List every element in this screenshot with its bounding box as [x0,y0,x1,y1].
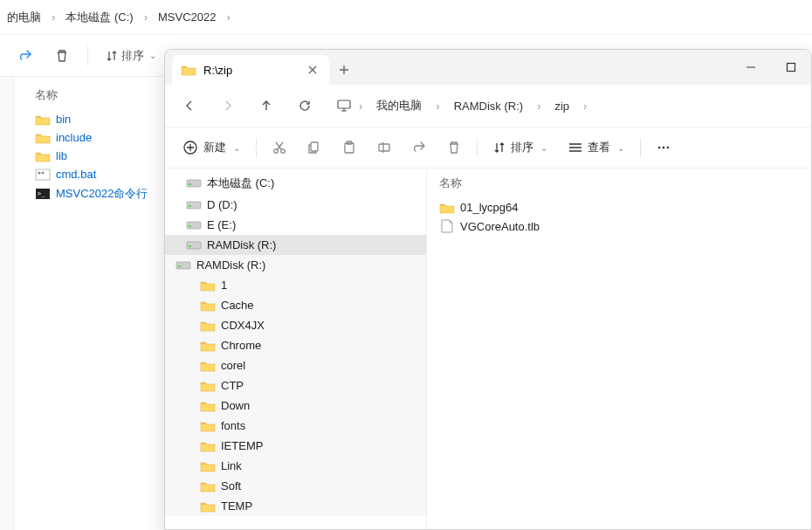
tree-folder-item[interactable]: 1 [165,275,426,295]
folder-icon [200,380,216,392]
name-column-header[interactable]: 名称 [436,172,811,198]
cut-icon[interactable] [264,134,295,162]
delete-icon[interactable] [438,134,470,162]
toolbar-divider [477,138,478,157]
tab-close-button[interactable] [305,62,320,78]
more-options-icon[interactable] [648,134,679,162]
tree-label: D (D:) [207,198,237,211]
toolbar-divider [256,138,257,157]
refresh-button[interactable] [291,92,319,120]
new-button[interactable]: 新建 ⌄ [174,134,249,161]
chevron-down-icon: ⌄ [540,143,547,153]
breadcrumb-item[interactable]: MSVC2022 [151,10,223,24]
address-bar[interactable]: › 我的电脑 › RAMDisk (R:) › zip › [329,98,801,114]
folder-icon [200,460,216,472]
console-icon: >_ [35,188,51,200]
tree-folder-item[interactable]: IETEMP [165,436,426,456]
tree-folder-item[interactable]: fonts [165,416,426,436]
folder-icon [200,360,216,372]
tree-drive-item[interactable]: RAMDisk (R:) [165,235,426,255]
tree-folder-item[interactable]: CTP [165,375,426,396]
folder-icon [200,340,216,352]
front-toolbar: 新建 ⌄ 排序 ⌄ 查看 ⌄ [165,127,811,169]
breadcrumb-item[interactable]: 本地磁盘 (C:) [58,10,140,25]
breadcrumb-item[interactable]: zip [547,100,576,113]
svg-rect-2 [36,169,50,180]
disk-icon [186,240,202,251]
tree-folder-item[interactable]: TEMP [165,496,426,516]
folder-icon [200,320,216,332]
chevron-right-icon: › [580,100,590,113]
minimize-button[interactable] [731,50,771,85]
share-icon[interactable] [403,134,435,162]
navigation-tree[interactable]: 本地磁盘 (C:) D (D:) E (E:) RAMDisk (R:) RAM… [165,169,427,529]
disk-icon [186,200,202,210]
svg-rect-12 [311,142,318,151]
copy-icon[interactable] [299,134,330,162]
new-tab-button[interactable] [329,55,359,85]
tree-label: CTP [221,379,244,392]
chevron-right-icon: › [223,10,233,24]
tree-folder-item[interactable]: Link [165,456,426,476]
folder-icon [200,440,216,452]
folder-icon [181,64,196,76]
maximize-button[interactable] [771,50,811,85]
disk-icon [175,260,191,271]
tree-label: RAMDisk (R:) [207,238,276,251]
item-label: cmd.bat [56,168,96,181]
tree-folder-item[interactable]: CDX4JX [165,315,426,335]
tree-label: RAMDisk (R:) [196,258,265,272]
tree-label: Down [221,399,250,412]
tree-drive-expanded[interactable]: RAMDisk (R:) [165,255,426,275]
tree-drive-item[interactable]: E (E:) [165,215,426,235]
tree-label: 本地磁盘 (C:) [207,176,274,191]
back-button[interactable] [175,92,203,120]
monitor-icon [336,98,352,114]
list-item[interactable]: 01_lycpg64 [436,198,811,217]
active-tab[interactable]: R:\zip [172,55,329,85]
sort-button[interactable]: 排序 ⌄ [485,134,556,161]
item-label: VGCoreAuto.tlb [460,220,540,233]
item-label: include [56,131,92,144]
folder-icon [200,299,216,312]
disk-icon [186,178,202,189]
folder-icon [35,132,51,144]
svg-rect-15 [379,144,389,151]
svg-text:>_: >_ [38,190,45,197]
list-item[interactable]: VGCoreAuto.tlb [436,217,811,236]
tree-folder-item[interactable]: Soft [165,476,426,496]
folder-icon [200,480,216,492]
forward-button[interactable] [214,92,242,120]
breadcrumb-item[interactable]: 的电脑 [0,10,48,25]
rename-icon[interactable] [368,134,400,162]
up-button[interactable] [252,92,280,120]
tree-folder-item[interactable]: Chrome [165,335,426,355]
tree-folder-item[interactable]: Down [165,396,426,416]
tree-drive-item[interactable]: D (D:) [165,195,426,215]
tree-drive-item[interactable]: 本地磁盘 (C:) [165,172,426,195]
delete-icon[interactable] [47,41,77,71]
chevron-right-icon: › [48,10,58,24]
scrollbar[interactable] [0,77,14,530]
foreground-explorer-window: R:\zip › 我的电脑 › RAMDisk (R:) › zip › [164,49,812,530]
toolbar-divider [87,46,88,65]
tree-label: TEMP [221,499,252,513]
folder-icon [35,150,51,162]
tree-label: IETEMP [221,439,263,452]
window-controls [731,50,811,85]
share-icon[interactable] [10,41,40,71]
folder-icon [200,400,216,412]
tree-folder-item[interactable]: Cache [165,295,426,315]
tree-folder-item[interactable]: corel [165,355,426,375]
back-breadcrumb[interactable]: 的电脑 › 本地磁盘 (C:) › MSVC2022 › [0,0,812,35]
chevron-right-icon: › [432,100,443,113]
breadcrumb-item[interactable]: RAMDisk (R:) [447,100,530,113]
disk-icon [186,220,202,231]
view-button[interactable]: 查看 ⌄ [560,134,633,161]
tree-label: E (E:) [207,218,236,231]
breadcrumb-item[interactable]: 我的电脑 [369,98,429,114]
paste-icon[interactable] [334,134,365,162]
svg-point-3 [38,171,41,174]
folder-icon [200,500,216,513]
sort-button[interactable]: 排序 ⌄ [99,48,163,64]
